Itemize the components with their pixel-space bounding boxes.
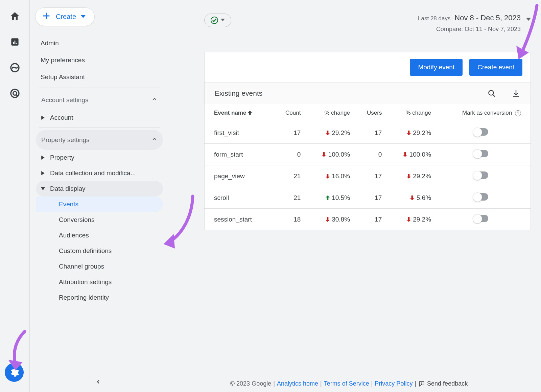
footer-link-terms[interactable]: Terms of Service xyxy=(324,380,369,387)
admin-sidebar: Create Admin My preferences Setup Assist… xyxy=(30,0,167,392)
cell-toggle xyxy=(438,144,531,165)
cell-event-name[interactable]: first_visit xyxy=(205,122,275,144)
section-property-settings[interactable]: Property settings xyxy=(36,130,163,150)
send-feedback-button[interactable]: Send feedback xyxy=(418,380,468,387)
arrow-down-icon xyxy=(325,129,330,136)
card-title: Existing events xyxy=(215,89,262,97)
col-users-change[interactable]: % change xyxy=(389,104,438,122)
sidebar-item-setup-assistant[interactable]: Setup Assistant xyxy=(36,69,163,86)
sub-item-attribution-settings[interactable]: Attribution settings xyxy=(36,274,163,290)
create-event-button[interactable]: Create event xyxy=(469,59,522,76)
col-event-name[interactable]: Event name xyxy=(205,104,275,122)
divider xyxy=(39,128,160,128)
conversion-toggle[interactable] xyxy=(473,171,488,179)
sub-item-channel-groups[interactable]: Channel groups xyxy=(36,259,163,274)
cell-users: 17 xyxy=(357,122,389,144)
cell-count-change: 10.5% xyxy=(307,187,357,209)
date-prefix: Last 28 days xyxy=(418,15,450,22)
cell-event-name[interactable]: session_start xyxy=(205,209,275,230)
status-dropdown[interactable] xyxy=(204,14,231,27)
cell-count-change: 16.0% xyxy=(307,165,357,187)
date-compare: Compare: Oct 11 - Nov 7, 2023 xyxy=(418,26,521,33)
table-row: scroll21 10.5%17 5.6% xyxy=(205,187,531,209)
cell-users-change: 100.0% xyxy=(389,144,438,165)
sub-item-conversions[interactable]: Conversions xyxy=(36,212,163,228)
search-icon[interactable] xyxy=(487,89,496,98)
arrow-down-icon xyxy=(406,129,411,136)
tree-item-data-display[interactable]: Data display xyxy=(36,181,163,197)
svg-rect-3 xyxy=(16,43,17,44)
col-users[interactable]: Users xyxy=(357,104,389,122)
sidebar-collapse-button[interactable] xyxy=(30,379,167,385)
table-row: page_view21 16.0%17 29.2% xyxy=(205,165,531,187)
svg-point-8 xyxy=(421,384,422,384)
caret-right-icon xyxy=(39,156,47,160)
cell-event-name[interactable]: page_view xyxy=(205,165,275,187)
cell-users-change: 29.2% xyxy=(389,165,438,187)
section-account-settings[interactable]: Account settings xyxy=(36,90,163,110)
cell-users: 0 xyxy=(357,144,389,165)
admin-gear-button[interactable] xyxy=(5,363,24,382)
create-label: Create xyxy=(56,13,76,21)
col-mark-conversion: Mark as conversion ? xyxy=(438,104,531,122)
col-count-change[interactable]: % change xyxy=(307,104,357,122)
sidebar-item-admin[interactable]: Admin xyxy=(36,35,163,52)
conversion-toggle[interactable] xyxy=(473,193,488,201)
create-button[interactable]: Create xyxy=(35,7,95,26)
conversion-toggle[interactable] xyxy=(473,128,488,136)
caret-down-icon xyxy=(81,13,86,21)
date-range-picker[interactable]: Last 28 days Nov 8 - Dec 5, 2023 Compare… xyxy=(418,14,531,33)
download-icon[interactable] xyxy=(512,89,520,98)
cell-count: 17 xyxy=(275,122,308,144)
footer-link-privacy[interactable]: Privacy Policy xyxy=(375,380,413,387)
svg-rect-1 xyxy=(13,42,14,44)
arrow-down-icon xyxy=(410,194,415,201)
home-icon[interactable] xyxy=(8,9,22,23)
caret-right-icon xyxy=(39,171,47,175)
tree-item-account[interactable]: Account xyxy=(36,110,163,125)
col-count[interactable]: Count xyxy=(275,104,308,122)
advertising-icon[interactable] xyxy=(8,87,22,100)
cell-count-change: 30.8% xyxy=(307,209,357,230)
sub-item-reporting-identity[interactable]: Reporting identity xyxy=(36,290,163,305)
footer-copyright: © 2023 Google xyxy=(230,380,271,387)
cell-count: 21 xyxy=(275,187,308,209)
modify-event-button[interactable]: Modify event xyxy=(410,59,463,76)
cell-users: 17 xyxy=(357,209,389,230)
caret-down-icon xyxy=(221,18,225,23)
cell-toggle xyxy=(438,187,531,209)
page-footer: © 2023 Google | Analytics home | Terms o… xyxy=(167,380,531,387)
cell-toggle xyxy=(438,209,531,230)
check-circle-icon xyxy=(211,17,218,24)
divider xyxy=(39,88,160,88)
cell-users: 17 xyxy=(357,187,389,209)
cell-event-name[interactable]: form_start xyxy=(205,144,275,165)
conversion-toggle[interactable] xyxy=(473,215,488,222)
sort-asc-icon xyxy=(248,110,252,116)
table-row: first_visit17 29.2%17 29.2% xyxy=(205,122,531,144)
cell-event-name[interactable]: scroll xyxy=(205,187,275,209)
footer-link-analytics-home[interactable]: Analytics home xyxy=(277,380,318,387)
cell-users-change: 29.2% xyxy=(389,122,438,144)
date-range: Nov 8 - Dec 5, 2023 xyxy=(454,14,521,22)
sub-item-custom-definitions[interactable]: Custom definitions xyxy=(36,243,163,259)
sub-item-audiences[interactable]: Audiences xyxy=(36,228,163,243)
explore-icon[interactable] xyxy=(8,61,22,74)
cell-users-change: 29.2% xyxy=(389,209,438,230)
sub-item-events[interactable]: Events xyxy=(36,197,163,212)
help-icon[interactable]: ? xyxy=(515,110,521,116)
plus-icon xyxy=(42,11,51,22)
cell-count: 21 xyxy=(275,165,308,187)
caret-down-icon xyxy=(526,14,531,23)
sidebar-item-preferences[interactable]: My preferences xyxy=(36,52,163,69)
svg-rect-2 xyxy=(14,41,15,44)
tree-item-property[interactable]: Property xyxy=(36,150,163,165)
cell-toggle xyxy=(438,122,531,144)
caret-down-icon xyxy=(39,187,47,191)
cell-users-change: 5.6% xyxy=(389,187,438,209)
table-row: session_start18 30.8%17 29.2% xyxy=(205,209,531,230)
reports-icon[interactable] xyxy=(8,35,22,49)
tree-item-data-collection[interactable]: Data collection and modifica... xyxy=(36,165,163,181)
arrow-down-icon xyxy=(406,172,411,180)
conversion-toggle[interactable] xyxy=(473,150,488,157)
